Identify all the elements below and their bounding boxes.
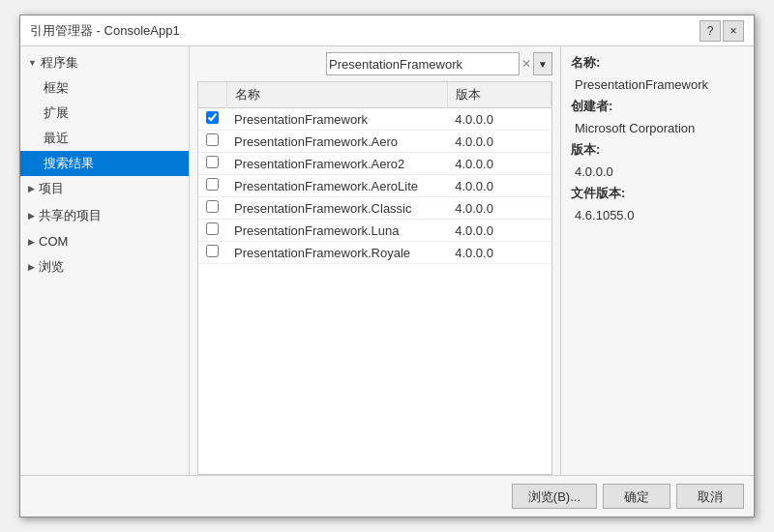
browse-button[interactable]: 浏览(B)...: [512, 484, 597, 509]
sidebar: ▼ 程序集 框架 扩展 最近 搜索结果 ▶ 项目: [20, 46, 190, 475]
cancel-button[interactable]: 取消: [676, 484, 744, 509]
row-checkbox[interactable]: [206, 200, 219, 213]
col-check: [198, 82, 226, 108]
sidebar-group-browse-header[interactable]: ▶ 浏览: [20, 254, 189, 280]
sidebar-item-framework[interactable]: 框架: [20, 75, 189, 101]
dialog-window: 引用管理器 - ConsoleApp1 ? × ▼ 程序集 框架 扩展 最近 搜…: [19, 15, 755, 517]
row-version: 4.0.0.0: [447, 197, 551, 220]
info-creator-label: 创建者:: [571, 98, 744, 115]
assemblies-expand-icon: ▼: [28, 58, 37, 68]
row-checkbox[interactable]: [206, 111, 219, 124]
ok-button[interactable]: 确定: [603, 484, 670, 509]
browse-expand-icon: ▶: [28, 262, 35, 272]
assemblies-header: ▼ 程序集: [20, 50, 189, 75]
search-dropdown-button[interactable]: ▼: [533, 52, 552, 75]
table-row[interactable]: PresentationFramework.Luna4.0.0.0: [198, 220, 551, 242]
table-row[interactable]: PresentationFramework.Classic4.0.0.0: [198, 197, 551, 220]
help-button[interactable]: ?: [700, 20, 721, 42]
search-input-wrapper: [326, 52, 520, 75]
row-checkbox[interactable]: [206, 245, 219, 257]
assemblies-label: 程序集: [41, 54, 78, 72]
sidebar-item-search-results[interactable]: 搜索结果: [20, 151, 189, 176]
content-area: ▼ 程序集 框架 扩展 最近 搜索结果 ▶ 项目: [20, 46, 754, 475]
sidebar-group-projects: ▶ 项目: [20, 176, 189, 201]
row-name: PresentationFramework: [226, 108, 447, 131]
info-name-value: PresentationFramework: [571, 77, 744, 92]
search-input[interactable]: [329, 57, 484, 72]
row-name: PresentationFramework.Aero2: [226, 153, 447, 175]
info-name-label: 名称:: [571, 54, 744, 72]
info-creator-value: Microsoft Corporation: [571, 121, 744, 135]
table-section: ✕ ▼ 名称 版本 Presentatio: [190, 46, 560, 475]
table-row[interactable]: PresentationFramework.Aero24.0.0.0: [198, 153, 551, 175]
close-button[interactable]: ×: [723, 20, 744, 42]
sidebar-group-browse: ▶ 浏览: [20, 254, 189, 280]
info-version-label: 版本:: [571, 141, 744, 159]
table-header-row: 名称 版本: [198, 82, 551, 108]
bottom-bar: 浏览(B)... 确定 取消: [20, 475, 754, 517]
table-row[interactable]: PresentationFramework.AeroLite4.0.0.0: [198, 175, 551, 197]
col-name: 名称: [226, 82, 447, 108]
row-version: 4.0.0.0: [447, 175, 551, 197]
sidebar-group-projects-header[interactable]: ▶ 项目: [20, 176, 189, 201]
row-name: PresentationFramework.Luna: [226, 220, 447, 242]
row-version: 4.0.0.0: [447, 131, 551, 153]
sidebar-item-extensions[interactable]: 扩展: [20, 101, 189, 126]
row-name: PresentationFramework.AeroLite: [226, 175, 447, 197]
sidebar-group-shared: ▶ 共享的项目: [20, 203, 189, 228]
row-version: 4.0.0.0: [447, 108, 551, 131]
row-checkbox[interactable]: [206, 133, 219, 146]
table-row[interactable]: PresentationFramework4.0.0.0: [198, 108, 551, 131]
search-bar-row: ✕ ▼: [190, 46, 560, 81]
title-bar: 引用管理器 - ConsoleApp1 ? ×: [20, 15, 754, 46]
shared-expand-icon: ▶: [28, 211, 35, 221]
projects-expand-icon: ▶: [28, 184, 35, 193]
window-title: 引用管理器 - ConsoleApp1: [30, 22, 180, 40]
row-checkbox[interactable]: [206, 222, 219, 235]
com-expand-icon: ▶: [28, 237, 35, 247]
row-name: PresentationFramework.Classic: [226, 197, 447, 220]
info-file-version-value: 4.6.1055.0: [571, 208, 744, 222]
table-row[interactable]: PresentationFramework.Aero4.0.0.0: [198, 131, 551, 153]
row-version: 4.0.0.0: [447, 153, 551, 175]
table-row[interactable]: PresentationFramework.Royale4.0.0.0: [198, 242, 551, 264]
sidebar-group-com: ▶ COM: [20, 230, 189, 252]
search-clear-button[interactable]: ✕: [520, 57, 533, 71]
row-checkbox[interactable]: [206, 156, 219, 168]
sidebar-item-recent[interactable]: 最近: [20, 126, 189, 151]
title-buttons: ? ×: [700, 20, 744, 42]
col-version: 版本: [447, 82, 551, 108]
split-layout: ✕ ▼ 名称 版本 Presentatio: [190, 46, 754, 475]
reference-table: 名称 版本 PresentationFramework4.0.0.0Presen…: [198, 82, 551, 264]
row-version: 4.0.0.0: [447, 242, 551, 264]
sidebar-group-shared-header[interactable]: ▶ 共享的项目: [20, 203, 189, 228]
row-checkbox[interactable]: [206, 178, 219, 191]
info-panel: 名称: PresentationFramework 创建者: Microsoft…: [560, 46, 754, 475]
info-version-value: 4.0.0.0: [571, 164, 744, 179]
row-name: PresentationFramework.Aero: [226, 131, 447, 153]
sidebar-group-com-header[interactable]: ▶ COM: [20, 230, 189, 252]
row-name: PresentationFramework.Royale: [226, 242, 447, 264]
table-wrapper[interactable]: 名称 版本 PresentationFramework4.0.0.0Presen…: [197, 81, 552, 475]
info-file-version-label: 文件版本:: [571, 185, 744, 202]
row-version: 4.0.0.0: [447, 220, 551, 242]
